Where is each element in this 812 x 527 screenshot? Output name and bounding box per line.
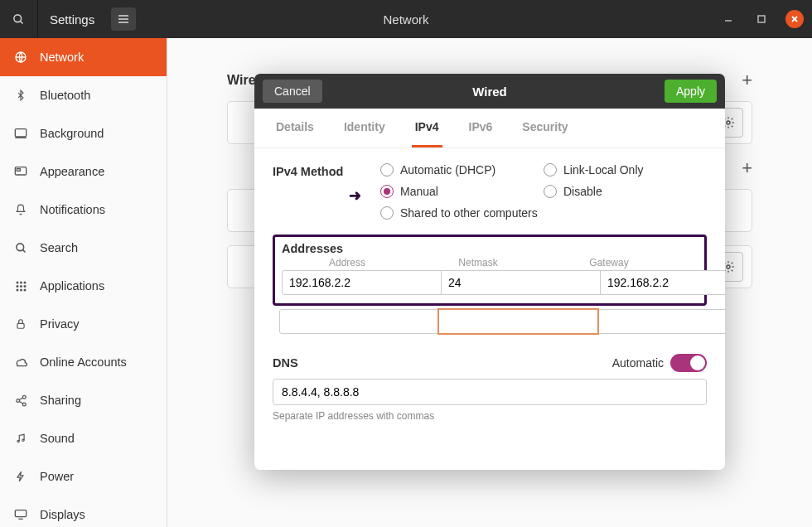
background-icon — [13, 126, 28, 141]
svg-point-22 — [16, 288, 18, 291]
vpn-section-title — [227, 161, 230, 176]
add-wired-button[interactable]: + — [742, 70, 752, 91]
radio-icon — [544, 163, 557, 176]
apply-label: Apply — [676, 85, 705, 98]
svg-point-26 — [22, 395, 26, 399]
displays-icon — [13, 507, 28, 522]
dns-auto-toggle[interactable] — [670, 354, 707, 372]
maximize-button[interactable] — [752, 10, 771, 28]
cancel-button[interactable]: Cancel — [263, 80, 322, 103]
apply-button[interactable]: Apply — [665, 80, 717, 103]
header-netmask: Netmask — [413, 257, 544, 268]
online-accounts-icon — [13, 355, 28, 370]
dns-hint: Separate IP addresses with commas — [273, 410, 707, 422]
radio-label: Automatic (DHCP) — [400, 163, 495, 176]
applications-icon — [13, 278, 28, 293]
addresses-section: Addresses Address Netmask Gateway — [273, 234, 707, 306]
sound-icon — [13, 431, 28, 446]
address-input[interactable] — [282, 270, 442, 295]
notifications-icon — [13, 202, 28, 217]
pointer-arrow-icon: ➜ — [349, 186, 361, 205]
radio-shared[interactable]: Shared to other computers — [380, 206, 707, 220]
maximize-icon — [757, 15, 766, 23]
svg-point-31 — [17, 440, 19, 442]
sidebar-item-appearance[interactable]: Appearance — [0, 152, 167, 191]
dns-title: DNS — [273, 356, 298, 370]
radio-label: Disable — [563, 185, 602, 198]
tab-details[interactable]: Details — [273, 109, 317, 147]
sidebar-item-displays[interactable]: Displays — [0, 496, 167, 527]
sidebar-item-label: Bluetooth — [40, 89, 90, 102]
sidebar-item-sound[interactable]: Sound — [0, 419, 167, 457]
svg-rect-10 — [15, 129, 26, 137]
gateway-input[interactable] — [597, 309, 725, 334]
dns-section: DNS Automatic Separate IP addresses with… — [273, 354, 707, 422]
add-vpn-button[interactable]: + — [742, 157, 752, 179]
address-row-empty — [273, 309, 707, 334]
sidebar-item-label: Appearance — [40, 165, 104, 178]
connection-editor-modal: Cancel Wired Apply Details Identity IPv4… — [254, 74, 725, 470]
netmask-input[interactable] — [438, 309, 598, 334]
sidebar-item-network[interactable]: Network — [0, 38, 167, 76]
sidebar-item-label: Power — [40, 470, 74, 483]
dns-auto-label: Automatic — [612, 356, 664, 370]
tab-security[interactable]: Security — [519, 109, 571, 147]
tab-ipv6[interactable]: IPv6 — [466, 109, 496, 147]
radio-icon — [380, 163, 394, 176]
svg-point-19 — [16, 285, 18, 288]
sidebar-item-label: Sharing — [40, 394, 81, 407]
page-title: Network — [383, 12, 428, 27]
svg-point-17 — [20, 281, 22, 283]
cancel-label: Cancel — [274, 85, 311, 98]
svg-line-1 — [20, 21, 22, 23]
search-icon — [12, 13, 25, 26]
content-area: Wired + + Off Canc — [167, 38, 812, 527]
sidebar-item-power[interactable]: Power — [0, 457, 167, 496]
dns-input[interactable] — [273, 379, 707, 405]
gateway-input[interactable] — [600, 270, 725, 295]
radio-label: Shared to other computers — [400, 206, 538, 220]
ipv4-method-label: IPv4 Method — [273, 163, 380, 178]
svg-rect-33 — [15, 510, 26, 517]
address-input[interactable] — [279, 309, 439, 334]
addresses-title: Addresses — [282, 242, 698, 255]
radio-manual[interactable]: ➜Manual — [380, 185, 544, 198]
svg-rect-13 — [17, 169, 20, 172]
sidebar-item-label: Privacy — [40, 317, 80, 331]
sidebar-item-label: Displays — [40, 508, 85, 521]
sidebar-item-bluetooth[interactable]: Bluetooth — [0, 76, 167, 114]
sidebar-item-search[interactable]: Search — [0, 229, 167, 267]
svg-point-27 — [16, 399, 19, 402]
sidebar-item-privacy[interactable]: Privacy — [0, 305, 167, 343]
svg-line-15 — [22, 249, 25, 252]
header-gateway: Gateway — [544, 257, 674, 268]
titlebar-search-button[interactable] — [0, 0, 38, 38]
sidebar-item-sharing[interactable]: Sharing — [0, 381, 167, 419]
radio-label: Link-Local Only — [563, 163, 644, 176]
sidebar-item-label: Applications — [40, 279, 104, 293]
radio-link-local[interactable]: Link-Local Only — [544, 163, 707, 176]
sidebar-item-background[interactable]: Background — [0, 114, 167, 152]
svg-point-14 — [16, 243, 23, 250]
tab-ipv4[interactable]: IPv4 — [412, 109, 442, 147]
sidebar-item-online-accounts[interactable]: Online Accounts — [0, 343, 167, 381]
svg-point-18 — [23, 281, 26, 283]
address-row — [282, 270, 698, 295]
sidebar-item-applications[interactable]: Applications — [0, 267, 167, 305]
sidebar-item-notifications[interactable]: Notifications — [0, 191, 167, 229]
radio-automatic-dhcp[interactable]: Automatic (DHCP) — [380, 163, 544, 176]
minimize-button[interactable] — [719, 10, 737, 28]
svg-point-28 — [22, 403, 26, 406]
tab-identity[interactable]: Identity — [341, 109, 389, 147]
sidebar-item-label: Network — [40, 51, 84, 64]
netmask-input[interactable] — [441, 270, 601, 295]
close-icon — [790, 15, 799, 23]
radio-disable[interactable]: Disable — [544, 185, 707, 198]
close-button[interactable] — [785, 10, 804, 28]
svg-point-0 — [14, 14, 22, 22]
bluetooth-icon — [13, 88, 28, 103]
sidebar-item-label: Sound — [40, 432, 75, 445]
svg-point-35 — [727, 121, 730, 124]
hamburger-icon — [118, 14, 129, 24]
hamburger-button[interactable] — [111, 7, 136, 31]
